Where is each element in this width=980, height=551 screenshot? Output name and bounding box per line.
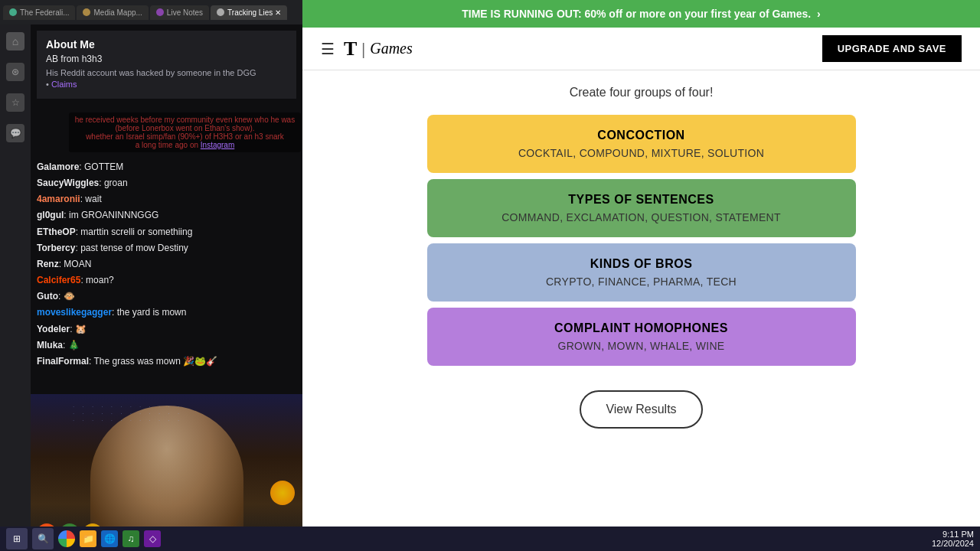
chat-messages: Galamore: GOTTEM SaucyWiggles: groan 4am… (37, 160, 296, 369)
taskbar-app2[interactable]: ♫ (122, 530, 139, 547)
list-item: Guto: 🐵 (37, 289, 296, 304)
left-panel: The Federali... Media Mapp... Live Notes… (0, 0, 302, 551)
view-results-button[interactable]: View Results (580, 390, 702, 429)
browser-tabs: The Federali... Media Mapp... Live Notes… (0, 0, 302, 24)
list-item: SaucyWiggles: groan (37, 176, 296, 191)
tab-trackinglies[interactable]: Tracking Lies ✕ (211, 5, 287, 20)
top-banner[interactable]: TIME IS RUNNING OUT: 60% off or more on … (302, 0, 980, 28)
taskbar-app3[interactable]: ◇ (144, 530, 161, 547)
right-panel: TIME IS RUNNING OUT: 60% off or more on … (302, 0, 980, 551)
card-sentences: TYPES OF SENTENCES COMMAND, EXCLAMATION,… (427, 179, 856, 237)
list-item: FinalFormal: The grass was mown 🎉🐸🎸 (37, 354, 296, 369)
card-homophones-words: GROWN, MOWN, WHALE, WINE (439, 340, 844, 352)
webcam-emote (270, 481, 295, 505)
tab-livenotes[interactable]: Live Notes (150, 5, 209, 20)
list-item: Renz: MOAN (37, 257, 296, 272)
nyt-logo: T | Games (344, 37, 413, 60)
about-me-subtitle: AB from h3h3 (46, 54, 287, 64)
banner-arrow: › (817, 8, 821, 20)
card-concoction: CONCOCTION COCKTAIL, COMPOUND, MIXTURE, … (427, 115, 856, 173)
claims-link[interactable]: Claims (51, 80, 77, 89)
list-item: Mluka: 🎄 (37, 338, 296, 353)
taskbar-app1[interactable]: 🌐 (101, 530, 118, 547)
card-bros-words: CRYPTO, FINANCE, PHARMA, TECH (439, 276, 844, 288)
username: ETtheOP (37, 227, 76, 237)
about-me-title: About Me (46, 38, 287, 51)
overlay-text: he received weeks before my community ev… (69, 112, 301, 152)
banner-text: TIME IS RUNNING OUT: 60% off or more on … (462, 8, 811, 20)
taskbar-search[interactable]: 🔍 (32, 528, 54, 549)
tab-federali[interactable]: The Federali... (3, 5, 75, 20)
nav-chat-icon[interactable]: 💬 (6, 124, 24, 142)
nav-home-icon[interactable]: ⌂ (6, 32, 24, 51)
list-item: 4amaronii: wait (37, 192, 296, 207)
taskbar-chrome[interactable] (58, 530, 75, 547)
game-content: Create four groups of four! CONCOCTION C… (302, 70, 980, 551)
nav-search-icon[interactable]: ⊛ (6, 63, 24, 81)
card-concoction-title: CONCOCTION (439, 129, 844, 142)
username: Calcifer65 (37, 275, 80, 285)
taskbar: ⊞ 🔍 📁 🌐 ♫ ◇ 9:11 PM 12/20/2024 (0, 527, 980, 551)
hamburger-menu[interactable]: ☰ (321, 40, 335, 58)
card-sentences-title: TYPES OF SENTENCES (439, 193, 844, 207)
username: gl0gul (37, 210, 64, 220)
username: Galamore (37, 161, 79, 172)
list-item: Galamore: GOTTEM (37, 160, 296, 174)
list-item: gl0gul: im GROANINNNGGG (37, 208, 296, 223)
clock-time: 9:11 PM (932, 530, 974, 539)
card-sentences-words: COMMAND, EXCLAMATION, QUESTION, STATEMEN… (439, 211, 844, 223)
create-groups-text: Create four groups of four! (570, 86, 714, 99)
clock-date: 12/20/2024 (932, 539, 974, 548)
username: Yodeler (37, 324, 70, 334)
taskbar-start[interactable]: ⊞ (6, 528, 28, 549)
logo-separator: | (361, 39, 365, 59)
sidebar-nav: ⌂ ⊛ ☆ 💬 (0, 24, 31, 551)
taskbar-clock: 9:11 PM 12/20/2024 (932, 530, 974, 548)
about-me-section: About Me AB from h3h3 His Reddit account… (37, 31, 296, 99)
header-left: ☰ T | Games (321, 37, 413, 60)
card-homophones: COMPLAINT HOMOPHONES GROWN, MOWN, WHALE,… (427, 308, 856, 366)
upgrade-save-button[interactable]: UPGRADE AND SAVE (822, 35, 962, 62)
list-item: ETtheOP: marttin screlli or somethiing (37, 225, 296, 240)
username: Renz (37, 259, 59, 269)
username: 4amaronii (37, 194, 80, 204)
username: Torbercy (37, 243, 75, 253)
about-me-text: His Reddit account was hacked by someone… (46, 67, 287, 91)
tab-media[interactable]: Media Mapp... (77, 5, 148, 20)
username: Mluka (37, 340, 63, 350)
username: moveslikegagger (37, 307, 112, 318)
list-item: Yodeler: 🐹 (37, 322, 296, 337)
username: Guto (37, 291, 58, 302)
dots-overlay: . . . . . . . . . . . . . . . . . . . . … (73, 402, 182, 422)
games-text: Games (370, 40, 413, 57)
taskbar-files[interactable]: 📁 (80, 530, 96, 547)
card-homophones-title: COMPLAINT HOMOPHONES (439, 321, 844, 335)
nyt-header: ☰ T | Games UPGRADE AND SAVE (302, 28, 980, 70)
username: FinalFormal (37, 356, 89, 367)
t-logo: T (344, 37, 357, 60)
card-bros: KINDS OF BROS CRYPTO, FINANCE, PHARMA, T… (427, 243, 856, 302)
list-item: moveslikegagger: the yard is mown (37, 305, 296, 320)
list-item: Calcifer65: moan? (37, 273, 296, 288)
nav-star-icon[interactable]: ☆ (6, 93, 24, 112)
chat-area: About Me AB from h3h3 His Reddit account… (31, 24, 302, 394)
username: SaucyWiggles (37, 178, 99, 188)
card-bros-title: KINDS OF BROS (439, 257, 844, 271)
list-item: Torbercy: past tense of mow Destiny (37, 241, 296, 256)
card-concoction-words: COCKTAIL, COMPOUND, MIXTURE, SOLUTION (439, 147, 844, 159)
